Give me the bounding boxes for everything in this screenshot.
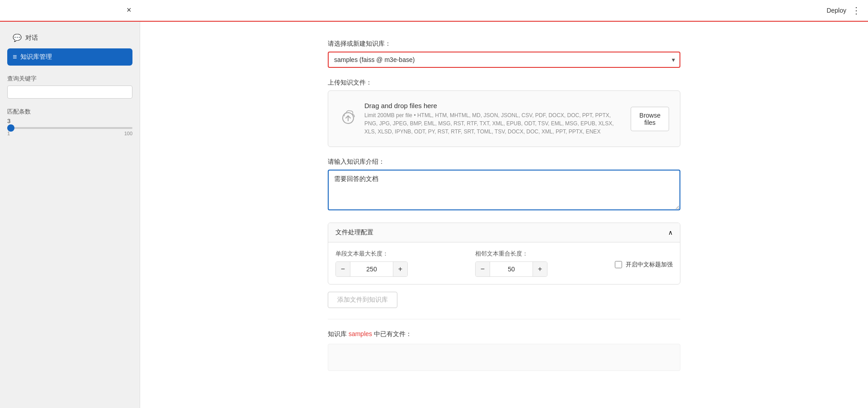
- intro-section: 请输入知识库介绍： 需要回答的文档: [328, 158, 680, 212]
- config-row: 单段文本最大长度： − 250 + 相邻文本重合长度： − 50: [335, 250, 673, 277]
- config-panel: 文件处理配置 ∧ 单段文本最大长度： − 250 +: [328, 223, 680, 285]
- config-label: 文件处理配置: [335, 228, 373, 237]
- match-section: 匹配条数 3 1 100: [7, 108, 132, 140]
- more-options-button[interactable]: ⋮: [852, 5, 861, 16]
- upload-text-block: Drag and drop files here Limit 200MB per…: [364, 102, 623, 136]
- sidebar-chat-label: 对话: [25, 34, 38, 42]
- deploy-button[interactable]: Deploy: [826, 7, 846, 14]
- knowledge-base-select[interactable]: samples (faiss @ m3e-base): [328, 52, 680, 68]
- add-files-button[interactable]: 添加文件到知识库: [328, 292, 397, 308]
- overlap-increment[interactable]: +: [533, 262, 547, 276]
- slider-track: [7, 127, 132, 129]
- sidebar: × 💬 对话 ≡ 知识库管理 查询关键字 匹配条数 3 1: [0, 0, 140, 408]
- overlap-field: 相邻文本重合长度： − 50 +: [475, 250, 600, 277]
- config-header[interactable]: 文件处理配置 ∧: [328, 223, 680, 242]
- config-content: 单段文本最大长度： − 250 + 相邻文本重合长度： − 50: [328, 242, 680, 284]
- collapse-icon: ∧: [668, 229, 673, 236]
- overlap-decrement[interactable]: −: [476, 262, 490, 276]
- slider-thumb: [7, 124, 14, 132]
- slider-range: 1 100: [7, 131, 132, 136]
- upload-label: 上传知识文件：: [328, 79, 680, 87]
- existing-prefix: 知识库: [328, 330, 347, 337]
- slider-max: 100: [124, 131, 132, 136]
- max-length-decrement[interactable]: −: [336, 262, 350, 276]
- sidebar-item-knowledge[interactable]: ≡ 知识库管理: [7, 48, 132, 66]
- chinese-enhance-label: 开启中文标题加强: [626, 261, 673, 269]
- upload-dropzone[interactable]: Drag and drop files here Limit 200MB per…: [328, 90, 680, 147]
- max-length-input-group: − 250 +: [335, 261, 408, 277]
- chinese-enhance-checkbox[interactable]: [615, 261, 622, 268]
- knowledge-icon: ≡: [13, 53, 17, 61]
- select-section: 请选择或新建知识库： samples (faiss @ m3e-base) ▾: [328, 40, 680, 68]
- overlap-input-group: − 50 +: [475, 261, 547, 277]
- existing-suffix: 中已有文件：: [374, 330, 412, 337]
- sidebar-knowledge-label: 知识库管理: [20, 53, 52, 61]
- files-table-placeholder: [328, 344, 680, 371]
- upload-section: 上传知识文件： Drag and drop files here Limit 2…: [328, 79, 680, 147]
- upload-drag-title: Drag and drop files here: [364, 102, 623, 109]
- max-length-label: 单段文本最大长度：: [335, 250, 461, 258]
- select-wrapper: samples (faiss @ m3e-base) ▾: [328, 52, 680, 68]
- search-label: 查询关键字: [7, 75, 132, 83]
- max-length-field: 单段文本最大长度： − 250 +: [335, 250, 461, 277]
- overlap-value: 50: [490, 263, 533, 275]
- chinese-enhance-row: 开启中文标题加强: [615, 250, 673, 269]
- search-section: 查询关键字: [7, 75, 132, 99]
- chat-icon: 💬: [13, 33, 22, 42]
- max-length-increment[interactable]: +: [393, 262, 407, 276]
- max-length-value: 250: [350, 263, 393, 275]
- existing-highlight: samples: [349, 330, 372, 337]
- match-label: 匹配条数: [7, 108, 132, 116]
- intro-textarea[interactable]: 需要回答的文档: [328, 170, 680, 210]
- match-value: 3: [7, 118, 132, 124]
- upload-hint: Limit 200MB per file • HTML, HTM, MHTML,…: [364, 111, 623, 136]
- existing-files-label: 知识库 samples 中已有文件：: [328, 330, 680, 338]
- match-slider-container[interactable]: 1 100: [7, 127, 132, 140]
- divider: [328, 319, 680, 319]
- browse-files-button[interactable]: Browsefiles: [631, 107, 669, 131]
- slider-min: 1: [7, 131, 10, 136]
- close-button[interactable]: ×: [127, 5, 132, 15]
- search-input[interactable]: [7, 85, 132, 99]
- intro-label: 请输入知识库介绍：: [328, 158, 680, 166]
- select-label: 请选择或新建知识库：: [328, 40, 680, 48]
- sidebar-item-chat[interactable]: 💬 对话: [7, 29, 132, 47]
- overlap-label: 相邻文本重合长度：: [475, 250, 600, 258]
- main-content: 请选择或新建知识库： samples (faiss @ m3e-base) ▾ …: [140, 0, 868, 408]
- cloud-upload-icon: [339, 108, 357, 130]
